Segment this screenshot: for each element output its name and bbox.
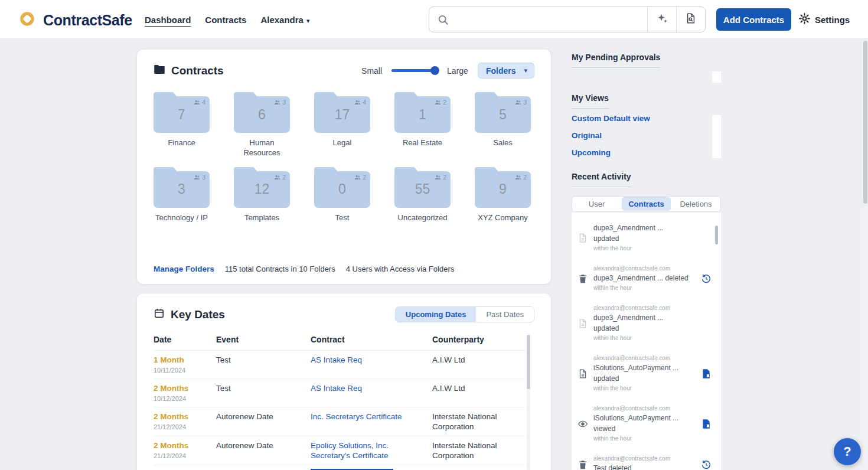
nav-user-menu[interactable]: Alexandra▾	[260, 15, 309, 25]
my-views-heading: My Views	[572, 93, 609, 109]
doc-badge-icon[interactable]	[701, 368, 712, 379]
contracts-card: Contracts Small Large Folders▾ 4 7 Finan…	[137, 50, 551, 284]
contract-link[interactable]: Epolicy Solutions, Inc. Secretary's Cert…	[311, 441, 389, 460]
chevron-down-icon: ▾	[524, 67, 527, 74]
contract-link[interactable]: Inc. Secretarys Certificate	[311, 412, 402, 421]
nav-dashboard[interactable]: Dashboard	[145, 15, 191, 25]
key-dates-title: Key Dates	[171, 308, 225, 321]
search-input[interactable]	[429, 7, 647, 32]
folder-tile[interactable]: 2 0 Test	[314, 167, 370, 223]
folder-tile[interactable]: 4 17 Legal	[314, 92, 370, 158]
activity-item[interactable]: alexandra@contractsafe.com iSolutions_Au…	[577, 354, 712, 393]
folder-name: Templates	[244, 213, 279, 223]
activity-time: within the hour	[593, 335, 712, 342]
folder-tile[interactable]: 3 6 Human Resources	[234, 92, 290, 158]
folder-tile[interactable]: 3 3 Technology / IP	[154, 167, 210, 223]
folder-users-badge: 3	[515, 99, 527, 106]
folder-users-badge: 3	[194, 174, 205, 181]
contract-link[interactable]: AS Intake Req	[311, 355, 362, 364]
restore-icon[interactable]	[701, 273, 712, 284]
tab-user[interactable]: User	[572, 197, 621, 211]
tab-contracts[interactable]: Contracts	[622, 197, 671, 211]
folder-name: Technology / IP	[155, 213, 208, 223]
folder-tile[interactable]: 2 9 XYZ Company	[475, 167, 531, 223]
nav-contracts[interactable]: Contracts	[205, 15, 246, 25]
window-scrollbar[interactable]	[863, 39, 868, 470]
activity-item[interactable]: dupe3_Amendment ... updated within the h…	[577, 222, 712, 253]
folder-users-count: 3	[282, 99, 286, 106]
folder-tile[interactable]: 4 7 Finance	[154, 92, 210, 158]
activity-item[interactable]: alexandra@contractsafe.com dupe3_Amendme…	[577, 303, 712, 343]
activity-title: iSolutions_AutoPayment ...	[593, 414, 696, 423]
activity-scrollbar-thumb[interactable]	[715, 226, 718, 244]
help-button[interactable]: ?	[834, 438, 861, 465]
folder-tile[interactable]: 2 1 Real Estate	[394, 92, 451, 158]
key-dates-tabs: Upcoming Dates Past Dates	[395, 306, 534, 322]
key-date-counterparty: Interstate National Corporation	[432, 436, 526, 465]
users-icon	[354, 99, 361, 106]
slider-thumb[interactable]	[430, 66, 439, 75]
manage-folders-link[interactable]: Manage Folders	[154, 265, 214, 273]
activity-time: within the hour	[593, 435, 696, 442]
key-dates-table: Date Event Contract Counterparty 1 Month…	[154, 329, 526, 470]
activity-item[interactable]: alexandra@contractsafe.com Test deleted	[577, 454, 712, 470]
tab-upcoming-dates[interactable]: Upcoming Dates	[396, 307, 477, 322]
window-scrollbar-thumb[interactable]	[863, 41, 867, 204]
document-search-button[interactable]	[676, 7, 705, 32]
activity-item[interactable]: alexandra@contractsafe.com dupe3_Amendme…	[577, 264, 712, 293]
chevron-down-icon: ▾	[306, 17, 310, 24]
column-event: Event	[216, 329, 311, 350]
tab-deletions[interactable]: Deletions	[671, 197, 720, 211]
empty-scroll-gutter	[712, 71, 721, 83]
folder-users-badge: 3	[274, 99, 286, 106]
users-icon	[274, 174, 280, 181]
folder-users-badge: 2	[515, 174, 527, 181]
trash-icon	[577, 459, 588, 470]
activity-list: dupe3_Amendment ... updated within the h…	[577, 222, 712, 470]
activity-user-email: alexandra@contractsafe.com	[593, 265, 696, 272]
activity-item[interactable]: alexandra@contractsafe.com iSolutions_Au…	[577, 404, 712, 443]
top-header: ContractSafe Dashboard Contracts Alexand…	[0, 0, 868, 39]
view-link-custom-default[interactable]: Custom Default view	[572, 114, 650, 123]
partially-visible-row	[154, 465, 526, 470]
key-dates-scrollbar[interactable]	[527, 335, 530, 470]
document-icon	[577, 368, 588, 379]
user-menu-label: Alexandra	[260, 15, 304, 25]
tab-past-dates[interactable]: Past Dates	[476, 307, 534, 322]
activity-user-email: alexandra@contractsafe.com	[593, 305, 712, 312]
key-date-relative: 2 Months	[154, 412, 211, 422]
folder-users-count: 2	[363, 174, 366, 181]
contracts-card-title: Contracts	[171, 64, 224, 77]
activity-tabs: User Contracts Deletions	[572, 196, 721, 212]
folder-contract-count: 3	[178, 181, 185, 197]
view-link-upcoming[interactable]: Upcoming	[572, 148, 611, 157]
scrollbar-thumb[interactable]	[527, 335, 530, 389]
activity-action: updated	[593, 324, 712, 333]
key-date-relative: 1 Month	[154, 355, 211, 365]
folder-name: Uncategorized	[398, 213, 448, 223]
doc-badge-icon[interactable]	[701, 419, 712, 429]
folder-size-slider[interactable]	[391, 69, 438, 72]
trash-icon	[577, 273, 588, 284]
contract-link[interactable]: AS Intake Req	[311, 384, 362, 393]
settings-button[interactable]: Settings	[798, 0, 850, 39]
folders-dropdown[interactable]: Folders▾	[478, 63, 534, 79]
ai-search-button[interactable]	[647, 7, 676, 32]
folder-tile[interactable]: 2 12 Templates	[234, 167, 290, 223]
folder-tile[interactable]: 2 55 Uncategorized	[394, 167, 451, 223]
folder-icon: 3 3	[154, 171, 210, 208]
view-link-original[interactable]: Original	[572, 131, 602, 140]
size-large-label: Large	[447, 66, 468, 76]
users-icon	[354, 174, 361, 181]
contractsafe-logo[interactable]: ContractSafe	[17, 8, 132, 32]
folder-tile[interactable]: 3 5 Sales	[475, 92, 531, 158]
contractsafe-logo-icon	[17, 8, 38, 32]
search-icon	[437, 14, 449, 28]
activity-user-email: alexandra@contractsafe.com	[593, 405, 696, 412]
folder-users-count: 4	[363, 99, 366, 106]
activity-title: dupe3_Amendment ...	[593, 224, 712, 233]
restore-icon[interactable]	[701, 459, 712, 470]
folder-users-count: 2	[282, 174, 286, 181]
users-icon	[194, 174, 200, 181]
add-contracts-button[interactable]: Add Contracts	[716, 8, 791, 31]
